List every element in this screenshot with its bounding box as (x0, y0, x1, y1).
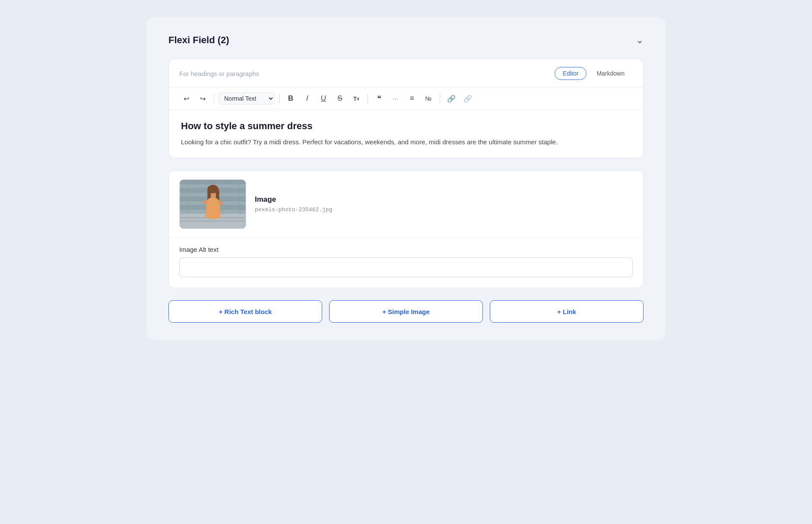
add-rich-text-label: + Rich Text block (219, 308, 272, 315)
underline-button[interactable]: U (317, 92, 330, 105)
svg-rect-6 (180, 220, 245, 222)
alt-text-section: Image Alt text (169, 238, 643, 288)
alt-text-input[interactable] (179, 257, 633, 277)
image-thumbnail-wrapper (179, 179, 246, 229)
tab-editor[interactable]: Editor (555, 67, 587, 80)
alt-text-label: Image Alt text (179, 246, 633, 253)
ordered-list-button[interactable]: № (422, 92, 435, 105)
add-link-button[interactable]: + Link (490, 300, 644, 323)
text-style-select[interactable]: Normal Text Heading 1 Heading 2 Heading … (219, 92, 275, 105)
add-rich-text-button[interactable]: + Rich Text block (168, 300, 322, 323)
bold-button[interactable]: B (284, 92, 298, 105)
more-options-button[interactable]: ··· (389, 92, 403, 105)
rte-toolbar: ↩ ↪ Normal Text Heading 1 Heading 2 Head… (169, 87, 643, 110)
editor-mode-tabs: Editor Markdown (555, 67, 633, 80)
bullet-list-button[interactable]: ≡ (405, 92, 419, 105)
undo-button[interactable]: ↩ (179, 92, 193, 105)
redo-button[interactable]: ↪ (196, 92, 209, 105)
toolbar-separator-2 (279, 94, 279, 103)
flexi-field-card: Flexi Field (2) ⌄ For headings or paragr… (147, 17, 665, 340)
link-button[interactable]: 🔗 (444, 92, 458, 105)
tab-markdown[interactable]: Markdown (588, 67, 633, 80)
image-filename: pexels-photo-235462.jpg (255, 206, 633, 213)
clear-format-button[interactable]: Tx (349, 92, 363, 105)
card-title: Flexi Field (2) (168, 35, 229, 46)
rte-heading: How to style a summer dress (181, 121, 631, 132)
italic-button[interactable]: I (300, 92, 314, 105)
toolbar-separator-3 (368, 94, 368, 103)
image-thumbnail (180, 180, 246, 229)
add-buttons-row: + Rich Text block + Simple Image + Link (168, 300, 644, 323)
strikethrough-button[interactable]: S (333, 92, 347, 105)
toolbar-separator-1 (214, 94, 214, 103)
rich-text-block-card: For headings or paragraphs Editor Markdo… (168, 59, 644, 158)
add-link-label: + Link (557, 308, 576, 315)
blockquote-button[interactable]: ❝ (372, 92, 386, 105)
image-info: Image pexels-photo-235462.jpg (255, 195, 633, 213)
image-block-card: Image pexels-photo-235462.jpg Image Alt … (168, 170, 644, 288)
add-simple-image-label: + Simple Image (382, 308, 430, 315)
add-simple-image-button[interactable]: + Simple Image (329, 300, 483, 323)
rte-header: For headings or paragraphs Editor Markdo… (169, 59, 643, 87)
rte-body-text: Looking for a chic outfit? Try a midi dr… (181, 137, 631, 147)
image-title: Image (255, 195, 633, 204)
rte-content-area[interactable]: How to style a summer dress Looking for … (169, 110, 643, 158)
toolbar-separator-4 (440, 94, 440, 103)
rte-placeholder-text: For headings or paragraphs (179, 70, 259, 77)
card-header: Flexi Field (2) ⌄ (168, 35, 644, 46)
unlink-button[interactable]: 🔗 (461, 92, 475, 105)
chevron-down-icon[interactable]: ⌄ (636, 35, 644, 46)
image-block-inner: Image pexels-photo-235462.jpg (169, 171, 643, 238)
